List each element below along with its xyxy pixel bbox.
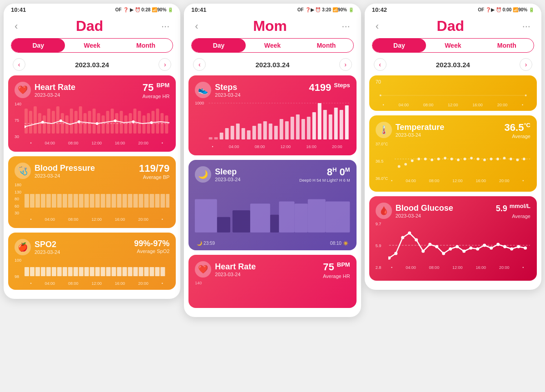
svg-rect-50 bbox=[74, 194, 78, 208]
tab-day-2[interactable]: Day bbox=[192, 39, 245, 52]
hr-title-2: Heart Rate bbox=[215, 262, 256, 272]
sleep-start-icon: 🌙 23:59 bbox=[197, 241, 215, 246]
blood-glucose-card-3: 🩸 Blood Glucose 2023-03-24 5.9 mmol/L Av… bbox=[369, 196, 537, 281]
svg-rect-6 bbox=[52, 111, 55, 134]
date-nav-3: ‹ 2023.03.24 › bbox=[365, 57, 541, 75]
svg-rect-95 bbox=[214, 137, 218, 139]
status-bar-2: 10:41 OF ❓▶ ⏰ 3:20 📶90% 🔋 bbox=[184, 4, 361, 16]
spo2-card-1: 🍎 SPO2 2023-03-24 99%-97% Average SpO2 1… bbox=[8, 233, 176, 290]
tab-week-1[interactable]: Week bbox=[65, 39, 119, 52]
svg-rect-117 bbox=[334, 108, 338, 139]
steps-svg-2 bbox=[208, 101, 350, 142]
back-button-2[interactable]: ‹ bbox=[191, 19, 202, 34]
glucose-subtitle-3: Average bbox=[496, 213, 530, 219]
svg-rect-86 bbox=[123, 267, 127, 276]
svg-rect-43 bbox=[35, 194, 40, 208]
svg-point-35 bbox=[78, 120, 80, 123]
sleep-subtitle-2: Deep0 H 54 M Light7 H 6 M bbox=[299, 178, 350, 183]
svg-rect-118 bbox=[340, 110, 343, 139]
more-button-2[interactable]: ··· bbox=[338, 19, 353, 34]
svg-rect-126 bbox=[279, 202, 295, 233]
svg-rect-52 bbox=[84, 194, 89, 208]
status-icons-2: OF ❓▶ ⏰ 3:20 📶90% 🔋 bbox=[297, 7, 354, 12]
hr-subtitle-1: Average HR bbox=[143, 94, 170, 99]
header-3: ‹ Dad ··· bbox=[365, 16, 541, 38]
tab-month-1[interactable]: Month bbox=[119, 39, 173, 52]
svg-rect-78 bbox=[79, 267, 84, 276]
svg-rect-22 bbox=[124, 115, 128, 134]
status-time-1: 10:41 bbox=[11, 6, 26, 13]
cards-1: ❤️ Heart Rate 2023-03-24 75 BPM Average … bbox=[4, 75, 180, 299]
svg-point-163 bbox=[435, 245, 438, 248]
next-date-3[interactable]: › bbox=[520, 58, 532, 71]
temp-date-3: 2023-03-24 bbox=[396, 132, 445, 138]
svg-rect-10 bbox=[70, 109, 73, 134]
steps-chart-2: 1000 bbox=[195, 101, 350, 151]
tab-day-1[interactable]: Day bbox=[11, 39, 65, 52]
svg-point-168 bbox=[469, 247, 472, 250]
back-button-1[interactable]: ‹ bbox=[11, 19, 21, 34]
svg-rect-64 bbox=[149, 194, 154, 208]
bp-subtitle-1: Average BP bbox=[139, 174, 169, 180]
svg-rect-14 bbox=[88, 111, 91, 134]
svg-point-161 bbox=[421, 250, 425, 253]
more-button-1[interactable]: ··· bbox=[158, 19, 173, 34]
sleep-svg-2 bbox=[195, 185, 350, 235]
temp-svg-3: 36.5 bbox=[395, 142, 530, 176]
spo2-date-1: 2023-03-24 bbox=[35, 249, 60, 255]
tab-month-2[interactable]: Month bbox=[299, 39, 353, 52]
svg-point-134 bbox=[404, 163, 407, 166]
svg-rect-112 bbox=[307, 117, 311, 139]
svg-rect-100 bbox=[242, 128, 245, 139]
sleep-viz-2 bbox=[195, 185, 350, 240]
tab-day-3[interactable]: Day bbox=[372, 39, 426, 52]
svg-point-165 bbox=[449, 248, 452, 251]
tab-week-3[interactable]: Week bbox=[426, 39, 480, 52]
svg-point-164 bbox=[442, 252, 445, 255]
back-button-3[interactable]: ‹ bbox=[372, 19, 382, 34]
tab-bar-2: Day Week Month bbox=[191, 38, 353, 53]
tab-week-2[interactable]: Week bbox=[246, 39, 299, 52]
svg-rect-51 bbox=[79, 194, 84, 208]
bp-date-1: 2023-03-24 bbox=[35, 173, 95, 179]
svg-point-38 bbox=[132, 120, 135, 123]
svg-rect-17 bbox=[102, 115, 105, 134]
header-2: ‹ Mom ··· bbox=[184, 16, 361, 38]
hr-subtitle-2: Average HR bbox=[323, 273, 350, 279]
svg-rect-113 bbox=[312, 112, 316, 139]
temp-subtitle-3: Average bbox=[505, 134, 530, 139]
glucose-value-3: 5.9 mmol/L bbox=[496, 203, 530, 213]
hr-date-1: 2023-03-24 bbox=[35, 92, 75, 98]
prev-date-3[interactable]: ‹ bbox=[374, 58, 386, 71]
date-nav-2: ‹ 2023.03.24 › bbox=[184, 57, 361, 75]
hr-top-svg-3 bbox=[376, 86, 530, 100]
svg-rect-122 bbox=[233, 210, 250, 233]
sleep-title-2: Sleep bbox=[215, 167, 240, 177]
glucose-date-3: 2023-03-24 bbox=[396, 213, 453, 218]
next-date-2[interactable]: › bbox=[339, 58, 352, 71]
svg-rect-69 bbox=[30, 267, 35, 276]
hr-icon-2: ❤️ bbox=[195, 261, 211, 278]
heart-rate-card-2: ❤️ Heart Rate 2023-03-24 75 BPM Average … bbox=[188, 255, 356, 308]
svg-rect-119 bbox=[345, 105, 349, 139]
svg-rect-66 bbox=[160, 194, 165, 208]
spo2-svg-1 bbox=[25, 258, 169, 278]
prev-date-1[interactable]: ‹ bbox=[13, 58, 25, 71]
glucose-icon-3: 🩸 bbox=[376, 203, 392, 219]
prev-date-2[interactable]: ‹ bbox=[193, 58, 206, 71]
temp-value-3: 36.5°C bbox=[505, 122, 530, 134]
svg-rect-87 bbox=[128, 267, 133, 276]
svg-rect-67 bbox=[166, 194, 169, 208]
svg-rect-29 bbox=[156, 109, 159, 134]
tab-month-3[interactable]: Month bbox=[480, 39, 534, 52]
svg-rect-57 bbox=[112, 194, 116, 208]
svg-rect-4 bbox=[43, 115, 46, 134]
svg-rect-63 bbox=[144, 194, 149, 208]
next-date-1[interactable]: › bbox=[159, 58, 171, 71]
svg-point-169 bbox=[476, 248, 479, 251]
more-button-3[interactable]: ··· bbox=[519, 19, 534, 34]
svg-rect-61 bbox=[133, 194, 138, 208]
svg-rect-26 bbox=[142, 115, 145, 134]
sleep-end-icon: 08:10 ☀️ bbox=[330, 241, 348, 246]
steps-date-2: 2023-03-24 bbox=[215, 92, 240, 98]
